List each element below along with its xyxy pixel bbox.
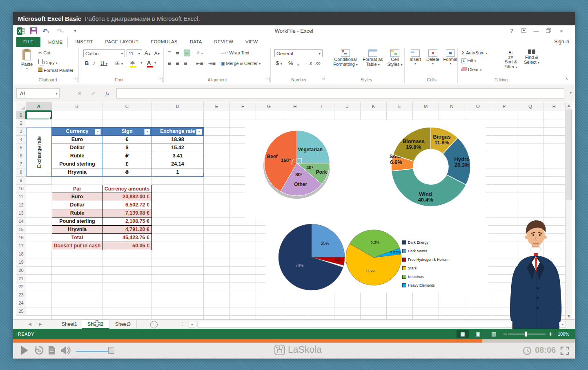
format-as-table-button[interactable]: Format asTable ▾ [360,49,385,67]
tab-insert[interactable]: INSERT [70,37,98,47]
sheet-tab-sheet1[interactable]: Sheet1 [56,320,83,329]
collapse-ribbon-button[interactable]: ∧ [565,76,568,81]
legend-item[interactable]: Free Hydrogen & Helium [402,255,448,264]
font-size-select[interactable]: 11▾ [127,49,142,57]
sheet-tab-sheet3[interactable]: Sheet3 [109,320,137,329]
borders-button[interactable]: ⊞ ▾ [115,60,123,66]
percent-style-button[interactable]: % [288,60,293,66]
zoom-slider[interactable] [508,334,546,334]
bottom-align-button[interactable]: ≡ [184,49,190,56]
bold-button[interactable]: B [85,60,89,66]
cell-styles-button[interactable]: CellStyles ▾ [386,49,403,67]
page-break-view-button[interactable]: ▥ [488,330,500,338]
italic-button[interactable]: I [93,60,95,67]
tabbar-splitter[interactable]: ⋮ [180,321,185,327]
tab-home[interactable]: HOME [43,37,68,47]
orientation-button[interactable]: ⇗ ▾ [196,50,203,56]
format-painter-button[interactable]: Format Painter [38,67,74,73]
restore-button[interactable] [543,27,554,36]
cut-button[interactable]: ✂ Cut [38,50,50,56]
new-sheet-button[interactable]: + [150,321,158,328]
legend-item[interactable]: Dark Matter [402,247,448,255]
scroll-up-button[interactable]: ▲ [566,102,572,109]
volume-icon[interactable] [60,346,71,355]
conditional-formatting-button[interactable]: ConditionalFormatting ▾ [332,49,359,67]
underline-button[interactable]: U ▾ [100,60,107,66]
middle-align-button[interactable]: ≡ [176,51,179,56]
shrink-font-button[interactable]: A▼ [154,51,160,56]
rewind-10-button[interactable]: 10 [34,345,44,355]
vertical-scroll-thumb[interactable] [566,110,572,200]
tab-file[interactable]: FILE [16,37,40,47]
tab-review[interactable]: REVIEW [209,37,238,47]
expand-formula-bar-button[interactable]: ▾ [570,91,572,95]
decrease-decimal-button[interactable]: .00→ [315,61,324,65]
autosum-button[interactable]: Σ AutoSum ▾ [461,49,488,56]
tab-view[interactable]: VIEW [241,37,263,47]
transcript-button[interactable] [48,346,56,355]
fill-color-dropdown[interactable]: ▾ [140,61,143,65]
fill-color-button[interactable] [130,61,136,67]
wrap-text-button[interactable]: ≡↩ Wrap Text [220,50,249,56]
save-icon[interactable] [30,27,37,34]
undo-button[interactable]: ↶▾ [42,27,50,35]
play-button[interactable] [21,346,28,355]
increase-indent-button[interactable]: ⇥≡ [208,61,216,66]
insert-cells-button[interactable]: Insert▾ [408,49,423,65]
number-dialog-launcher[interactable]: ◲ [321,77,326,82]
volume-slider-handle[interactable] [108,348,114,354]
merge-center-button[interactable]: ▣ Merge & Center ▾ [220,61,261,66]
font-family-select[interactable]: Calibri▾ [83,49,125,57]
delete-cells-button[interactable]: × Delete▾ [425,49,441,65]
top-align-button[interactable]: ≡ [167,49,171,55]
font-dialog-launcher[interactable]: ◲ [158,77,163,82]
volume-slider[interactable] [76,351,113,352]
name-box[interactable]: A1▾ [16,88,60,99]
number-format-select[interactable]: General▾ [274,49,323,57]
accounting-format-button[interactable]: $ ▾ [276,60,282,66]
legend-item[interactable]: Heavy Elements [402,281,448,289]
align-center-button[interactable]: ≡ [176,61,179,66]
fullscreen-button[interactable] [560,346,569,355]
legend-item[interactable]: Neutrinos [402,272,448,281]
paste-button[interactable]: Paste ▾ [19,49,35,70]
align-right-button[interactable]: ≡ [184,61,187,66]
formula-input[interactable] [116,88,564,99]
tab-page-layout[interactable]: PAGE LAYOUT [100,37,144,47]
font-color-dropdown[interactable]: ▾ [154,61,156,65]
cancel-entry-button[interactable]: ✕ [74,88,85,99]
help-button[interactable]: ? [506,27,517,36]
legend-item[interactable]: Stars [402,264,448,272]
enter-entry-button[interactable]: ✓ [88,88,99,99]
horizontal-scroll-thumb[interactable] [198,321,545,327]
grow-font-button[interactable]: A▲ [145,50,151,56]
format-cells-button[interactable]: Format▾ [442,49,459,65]
tab-data[interactable]: DATA [185,37,207,47]
spreadsheet[interactable]: ABCDEFGHIJKLMNOPQR 123456789101112131415… [16,102,572,319]
sign-in-link[interactable]: Sign in [554,37,569,47]
increase-decimal-button[interactable]: ←.0 [305,61,312,65]
sort-filter-button[interactable]: A↓Z▼ Sort &Filter ▾ [501,49,520,69]
find-select-button[interactable]: Find &Select ▾ [522,49,541,65]
close-button[interactable]: × [556,27,567,36]
tab-formulas[interactable]: FORMULAS [146,37,183,47]
zoom-level[interactable]: 100% [558,329,569,339]
align-left-button[interactable]: ≡ [167,61,171,66]
customize-qat-button[interactable]: ▾ [71,27,79,35]
normal-view-button[interactable]: ▦ [457,330,469,338]
minimize-button[interactable]: — [531,27,541,36]
paste-dropdown[interactable]: ▾ [19,67,35,70]
zoom-out-button[interactable]: − [503,329,507,339]
insert-function-button[interactable]: fx [102,88,113,99]
next-sheet-arrow[interactable]: ▶ [36,320,45,329]
legend-item[interactable]: Dark Energy [402,238,448,247]
fill-button[interactable]: ↓ Fill ▾ [461,58,476,63]
clipboard-dialog-launcher[interactable]: ◲ [73,77,78,82]
hscroll-left-button[interactable]: ◂ [189,321,195,327]
clear-button[interactable]: Clear ▾ [461,67,481,72]
copy-button[interactable]: Copy ▾ [38,59,58,65]
zoom-in-button[interactable]: + [549,329,552,339]
decrease-indent-button[interactable]: ⇤≡ [196,61,203,66]
page-layout-view-button[interactable]: ▣ [472,330,484,338]
namebox-splitter[interactable]: ⋮ [63,91,67,96]
